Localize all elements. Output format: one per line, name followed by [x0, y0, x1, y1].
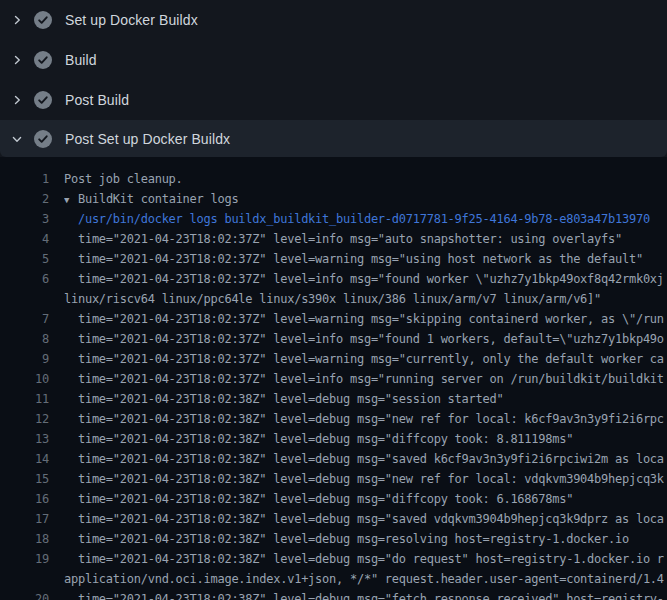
line-number[interactable]: 7 — [0, 309, 49, 329]
step-row-post-setup-docker-buildx[interactable]: Post Set up Docker Buildx — [0, 120, 667, 157]
log-line: 7 time="2021-04-23T18:02:37Z" level=warn… — [0, 309, 667, 329]
log-text: linux/riscv64 linux/ppc64le linux/s390x … — [64, 289, 601, 309]
log-line: 10 time="2021-04-23T18:02:37Z" level=inf… — [0, 369, 667, 389]
steps-list: Set up Docker Buildx Build Post Build Po… — [0, 0, 667, 157]
log-line: 1Post job cleanup. — [0, 169, 667, 189]
line-number[interactable]: 11 — [0, 389, 49, 409]
chevron-down-icon[interactable] — [10, 132, 24, 146]
line-number — [0, 289, 49, 309]
line-number[interactable]: 3 — [0, 209, 49, 229]
log-line: 16 time="2021-04-23T18:02:38Z" level=deb… — [0, 489, 667, 509]
check-circle-icon — [34, 11, 52, 29]
log-text: time="2021-04-23T18:02:38Z" level=debug … — [64, 509, 664, 529]
log-line: application/vnd.oci.image.index.v1+json,… — [0, 569, 667, 589]
line-number[interactable]: 20 — [0, 589, 49, 600]
log-line: 8 time="2021-04-23T18:02:37Z" level=info… — [0, 329, 667, 349]
log-text: ▼BuildKit container logs — [64, 189, 238, 209]
log-text: time="2021-04-23T18:02:38Z" level=debug … — [64, 429, 573, 449]
step-label: Build — [65, 52, 97, 68]
line-number — [0, 569, 49, 589]
line-number[interactable]: 15 — [0, 469, 49, 489]
chevron-right-icon[interactable] — [10, 93, 24, 107]
log-line: 11 time="2021-04-23T18:02:38Z" level=deb… — [0, 389, 667, 409]
log-line: 3 /usr/bin/docker logs buildx_buildkit_b… — [0, 209, 667, 229]
log-text: application/vnd.oci.image.index.v1+json,… — [64, 569, 664, 589]
log-line: 19 time="2021-04-23T18:02:38Z" level=deb… — [0, 549, 667, 569]
log-line: linux/riscv64 linux/ppc64le linux/s390x … — [0, 289, 667, 309]
line-number[interactable]: 10 — [0, 369, 49, 389]
log-text: time="2021-04-23T18:02:37Z" level=warnin… — [64, 349, 664, 369]
log-command-text: /usr/bin/docker logs buildx_buildkit_bui… — [64, 209, 650, 229]
line-number[interactable]: 14 — [0, 449, 49, 469]
log-text: time="2021-04-23T18:02:37Z" level=info m… — [64, 229, 622, 249]
line-number[interactable]: 13 — [0, 429, 49, 449]
log-line: 14 time="2021-04-23T18:02:38Z" level=deb… — [0, 449, 667, 469]
check-circle-icon — [34, 51, 52, 69]
log-viewer: 1Post job cleanup.2▼BuildKit container l… — [0, 157, 667, 600]
line-number[interactable]: 18 — [0, 529, 49, 549]
log-line: 18 time="2021-04-23T18:02:38Z" level=deb… — [0, 529, 667, 549]
check-circle-icon — [34, 130, 52, 148]
log-line: 9 time="2021-04-23T18:02:37Z" level=warn… — [0, 349, 667, 369]
step-label: Post Set up Docker Buildx — [65, 131, 230, 147]
log-line: 12 time="2021-04-23T18:02:38Z" level=deb… — [0, 409, 667, 429]
log-line: 5 time="2021-04-23T18:02:37Z" level=warn… — [0, 249, 667, 269]
line-number[interactable]: 19 — [0, 549, 49, 569]
log-text: time="2021-04-23T18:02:37Z" level=warnin… — [64, 309, 664, 329]
disclosure-triangle-icon: ▼ — [64, 190, 78, 210]
line-number[interactable]: 9 — [0, 349, 49, 369]
log-line: 20 time="2021-04-23T18:02:38Z" level=deb… — [0, 589, 667, 600]
log-text: Post job cleanup. — [64, 169, 183, 189]
line-number[interactable]: 5 — [0, 249, 49, 269]
log-line: 13 time="2021-04-23T18:02:38Z" level=deb… — [0, 429, 667, 449]
line-number[interactable]: 8 — [0, 329, 49, 349]
line-number[interactable]: 2 — [0, 189, 49, 209]
log-text: time="2021-04-23T18:02:37Z" level=info m… — [64, 369, 664, 389]
step-row-post-build[interactable]: Post Build — [0, 80, 667, 120]
log-text: time="2021-04-23T18:02:38Z" level=debug … — [64, 529, 629, 549]
line-number[interactable]: 4 — [0, 229, 49, 249]
log-text: time="2021-04-23T18:02:37Z" level=info m… — [64, 269, 664, 289]
line-number[interactable]: 6 — [0, 269, 49, 289]
log-group-toggle[interactable]: 2▼BuildKit container logs — [0, 189, 667, 209]
line-number[interactable]: 12 — [0, 409, 49, 429]
log-text: time="2021-04-23T18:02:38Z" level=debug … — [64, 469, 664, 489]
check-circle-icon — [34, 91, 52, 109]
log-text: time="2021-04-23T18:02:37Z" level=warnin… — [64, 249, 643, 269]
line-number[interactable]: 16 — [0, 489, 49, 509]
step-label: Post Build — [65, 92, 129, 108]
step-row-setup-docker-buildx[interactable]: Set up Docker Buildx — [0, 0, 667, 40]
chevron-right-icon[interactable] — [10, 53, 24, 67]
log-text: time="2021-04-23T18:02:38Z" level=debug … — [64, 589, 664, 600]
log-line: 15 time="2021-04-23T18:02:38Z" level=deb… — [0, 469, 667, 489]
line-number[interactable]: 17 — [0, 509, 49, 529]
line-number[interactable]: 1 — [0, 169, 49, 189]
log-text: time="2021-04-23T18:02:38Z" level=debug … — [64, 549, 664, 569]
step-label: Set up Docker Buildx — [65, 12, 198, 28]
log-line: 6 time="2021-04-23T18:02:37Z" level=info… — [0, 269, 667, 289]
log-text: time="2021-04-23T18:02:38Z" level=debug … — [64, 449, 664, 469]
log-line: 4 time="2021-04-23T18:02:37Z" level=info… — [0, 229, 667, 249]
step-row-build[interactable]: Build — [0, 40, 667, 80]
log-text: time="2021-04-23T18:02:38Z" level=debug … — [64, 389, 503, 409]
log-line: 17 time="2021-04-23T18:02:38Z" level=deb… — [0, 509, 667, 529]
chevron-right-icon[interactable] — [10, 13, 24, 27]
log-text: time="2021-04-23T18:02:37Z" level=info m… — [64, 329, 664, 349]
log-text: time="2021-04-23T18:02:38Z" level=debug … — [64, 489, 573, 509]
log-text: time="2021-04-23T18:02:38Z" level=debug … — [64, 409, 664, 429]
